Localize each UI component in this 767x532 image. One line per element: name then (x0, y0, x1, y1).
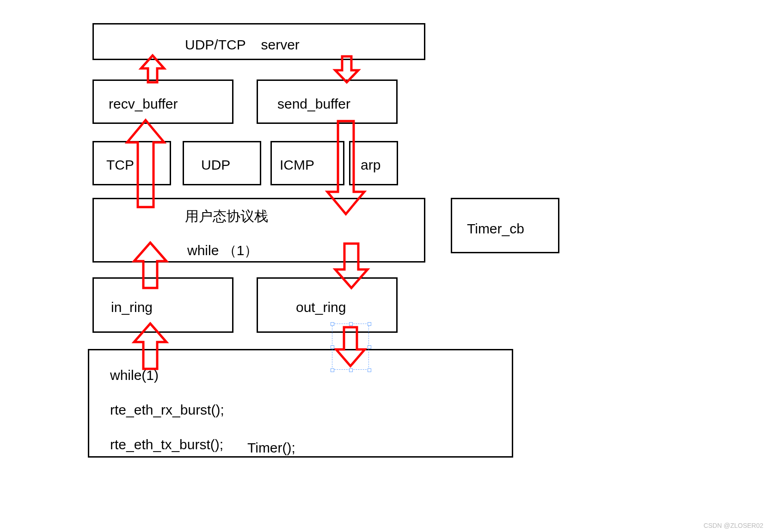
arrow-down-server-to-send (333, 55, 361, 83)
icmp-label: ICMP (280, 157, 314, 173)
svg-marker-2 (134, 243, 166, 288)
arrow-up-recv-to-server (139, 55, 166, 83)
svg-marker-3 (134, 324, 166, 369)
arrow-down-stack-to-outring (333, 243, 370, 289)
sel-handle (368, 322, 371, 326)
svg-marker-4 (335, 56, 358, 82)
bottom-l3: rte_eth_tx_burst(); (110, 437, 223, 453)
sel-handle (331, 322, 334, 326)
svg-marker-5 (327, 121, 364, 214)
arrow-down-send-to-stack (325, 120, 367, 215)
send-buffer-label: send_buffer (277, 96, 350, 112)
udp-label: UDP (201, 157, 230, 173)
sel-handle (349, 322, 353, 326)
selection-rect (332, 324, 369, 370)
recv-buffer-label: recv_buffer (109, 96, 178, 112)
watermark: CSDN @ZLOSER02 (704, 522, 763, 529)
arrow-up-tcp-to-recv (125, 120, 166, 208)
out-ring-label: out_ring (296, 300, 346, 315)
arrow-up-bottom-to-inring (132, 324, 169, 370)
server-label: UDP/TCP server (185, 37, 300, 53)
sel-handle (331, 345, 334, 349)
bottom-l2: rte_eth_rx_burst(); (110, 402, 224, 418)
sel-handle (349, 368, 353, 372)
svg-marker-0 (141, 55, 164, 82)
timer-cb-label: Timer_cb (467, 221, 524, 237)
bottom-l4: Timer(); (247, 440, 295, 456)
in-ring-label: in_ring (111, 300, 153, 315)
sel-handle (368, 345, 371, 349)
sel-handle (368, 368, 371, 372)
userstack-line1: 用户态协议栈 (185, 207, 268, 226)
svg-marker-1 (127, 120, 164, 207)
svg-marker-6 (335, 244, 368, 288)
arrow-up-inring-to-stack (132, 243, 169, 289)
userstack-line2: while （1） (187, 241, 258, 260)
sel-handle (331, 368, 334, 372)
